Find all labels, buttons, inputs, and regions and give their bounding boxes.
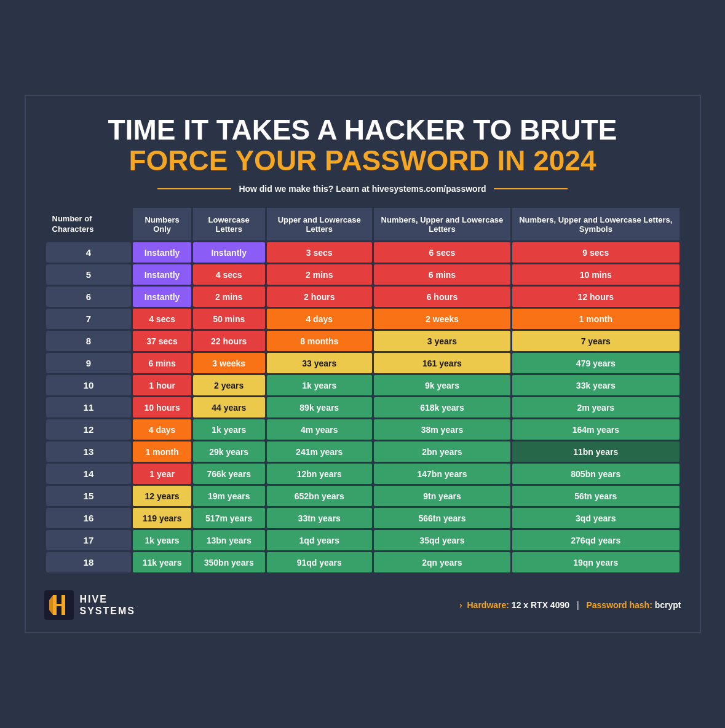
cell-chars: 9 [46, 353, 132, 373]
cell-upper-lower: 91qd years [267, 552, 372, 572]
cell-chars: 15 [46, 486, 132, 506]
cell-lowercase: 766k years [193, 464, 265, 484]
cell-lowercase: 50 mins [193, 309, 265, 329]
cell-numbers-upper-lower: 6 hours [374, 287, 510, 307]
cell-chars: 12 [46, 419, 132, 440]
cell-lowercase: Instantly [193, 242, 265, 263]
cell-numbers-upper-lower: 2 weeks [374, 309, 510, 329]
cell-numbers-only: Instantly [133, 264, 191, 285]
hardware-label: Hardware: [467, 600, 509, 610]
header-numbers-upper-lower-symbols: Numbers, Upper and Lowercase Letters, Sy… [512, 208, 679, 241]
cell-numbers-upper-lower-symbols: 9 secs [512, 242, 679, 263]
cell-upper-lower: 1qd years [267, 530, 372, 550]
cell-numbers-only: 1k years [133, 530, 191, 550]
subtitle-line-right [494, 188, 568, 189]
cell-numbers-upper-lower-symbols: 7 years [512, 331, 679, 351]
cell-numbers-only: 11k years [133, 552, 191, 572]
cell-numbers-upper-lower-symbols: 10 mins [512, 264, 679, 285]
cell-upper-lower: 652bn years [267, 486, 372, 506]
subtitle-text: How did we make this? Learn at hivesyste… [239, 184, 486, 194]
table-row: 141 year766k years12bn years147bn years8… [46, 464, 679, 484]
cell-numbers-upper-lower-symbols: 164m years [512, 419, 679, 440]
logo: HIVESYSTEMS [44, 590, 135, 620]
cell-chars: 16 [46, 508, 132, 528]
hive-logo-icon [44, 590, 74, 620]
cell-upper-lower: 89k years [267, 397, 372, 417]
cell-upper-lower: 33 years [267, 353, 372, 373]
cell-lowercase: 1k years [193, 419, 265, 440]
cell-upper-lower: 12bn years [267, 464, 372, 484]
cell-numbers-upper-lower-symbols: 33k years [512, 375, 679, 395]
cell-numbers-upper-lower-symbols: 3qd years [512, 508, 679, 528]
hash-value: bcrypt [655, 600, 681, 610]
cell-numbers-only: 4 days [133, 419, 191, 440]
cell-chars: 13 [46, 441, 132, 462]
cell-lowercase: 3 weeks [193, 353, 265, 373]
cell-lowercase: 2 years [193, 375, 265, 395]
cell-chars: 4 [46, 242, 132, 263]
cell-numbers-upper-lower-symbols: 56tn years [512, 486, 679, 506]
cell-lowercase: 13bn years [193, 530, 265, 550]
table-row: 101 hour2 years1k years9k years33k years [46, 375, 679, 395]
cell-lowercase: 19m years [193, 486, 265, 506]
cell-numbers-upper-lower: 6 mins [374, 264, 510, 285]
cell-numbers-upper-lower: 38m years [374, 419, 510, 440]
table-row: 1110 hours44 years89k years618k years2m … [46, 397, 679, 417]
table-row: 124 days1k years4m years38m years164m ye… [46, 419, 679, 440]
cell-numbers-upper-lower-symbols: 11bn years [512, 441, 679, 462]
cell-numbers-only: 10 hours [133, 397, 191, 417]
cell-chars: 5 [46, 264, 132, 285]
cell-chars: 14 [46, 464, 132, 484]
cell-lowercase: 517m years [193, 508, 265, 528]
cell-lowercase: 22 hours [193, 331, 265, 351]
hash-label: Password hash: [586, 600, 652, 610]
cell-lowercase: 44 years [193, 397, 265, 417]
cell-numbers-upper-lower-symbols: 479 years [512, 353, 679, 373]
table-row: 1811k years350bn years91qd years2qn year… [46, 552, 679, 572]
hardware-value: 12 x RTX 4090 [512, 600, 569, 610]
table-row: 131 month29k years241m years2bn years11b… [46, 441, 679, 462]
table-row: 5Instantly4 secs2 mins6 mins10 mins [46, 264, 679, 285]
cell-numbers-only: 12 years [133, 486, 191, 506]
cell-chars: 11 [46, 397, 132, 417]
cell-numbers-upper-lower-symbols: 1 month [512, 309, 679, 329]
header-chars: Number of Characters [46, 208, 132, 241]
cell-numbers-only: 37 secs [133, 331, 191, 351]
cell-numbers-upper-lower: 161 years [374, 353, 510, 373]
cell-upper-lower: 2 hours [267, 287, 372, 307]
table-row: 96 mins3 weeks33 years161 years479 years [46, 353, 679, 373]
cell-upper-lower: 4 days [267, 309, 372, 329]
cell-numbers-upper-lower-symbols: 2m years [512, 397, 679, 417]
table-header-row: Number of Characters Numbers Only Lowerc… [46, 208, 679, 241]
cell-numbers-upper-lower: 2bn years [374, 441, 510, 462]
cell-numbers-upper-lower-symbols: 19qn years [512, 552, 679, 572]
cell-numbers-upper-lower: 2qn years [374, 552, 510, 572]
footer: HIVESYSTEMS › Hardware: 12 x RTX 4090 | … [44, 584, 681, 620]
subtitle-bar: How did we make this? Learn at hivesyste… [44, 184, 681, 194]
cell-numbers-only: Instantly [133, 287, 191, 307]
subtitle-line-left [157, 188, 231, 189]
cell-upper-lower: 4m years [267, 419, 372, 440]
cell-numbers-only: 1 hour [133, 375, 191, 395]
cell-lowercase: 2 mins [193, 287, 265, 307]
cell-numbers-upper-lower: 3 years [374, 331, 510, 351]
table-row: 1512 years19m years652bn years9tn years5… [46, 486, 679, 506]
logo-text: HIVESYSTEMS [80, 593, 135, 617]
main-title: TIME IT TAKES A HACKER TO BRUTE FORCE YO… [44, 114, 681, 176]
cell-upper-lower: 33tn years [267, 508, 372, 528]
cell-numbers-only: 6 mins [133, 353, 191, 373]
cell-lowercase: 4 secs [193, 264, 265, 285]
footer-arrow: › [459, 600, 462, 610]
cell-numbers-upper-lower: 9k years [374, 375, 510, 395]
cell-numbers-upper-lower-symbols: 12 hours [512, 287, 679, 307]
cell-upper-lower: 241m years [267, 441, 372, 462]
cell-numbers-only: 4 secs [133, 309, 191, 329]
table-row: 837 secs22 hours8 months3 years7 years [46, 331, 679, 351]
table-row: 6Instantly2 mins2 hours6 hours12 hours [46, 287, 679, 307]
title-line2: FORCE YOUR PASSWORD IN 2024 [44, 145, 681, 176]
cell-numbers-only: 1 year [133, 464, 191, 484]
cell-chars: 10 [46, 375, 132, 395]
cell-chars: 7 [46, 309, 132, 329]
cell-lowercase: 350bn years [193, 552, 265, 572]
footer-info: › Hardware: 12 x RTX 4090 | Password has… [459, 600, 681, 610]
